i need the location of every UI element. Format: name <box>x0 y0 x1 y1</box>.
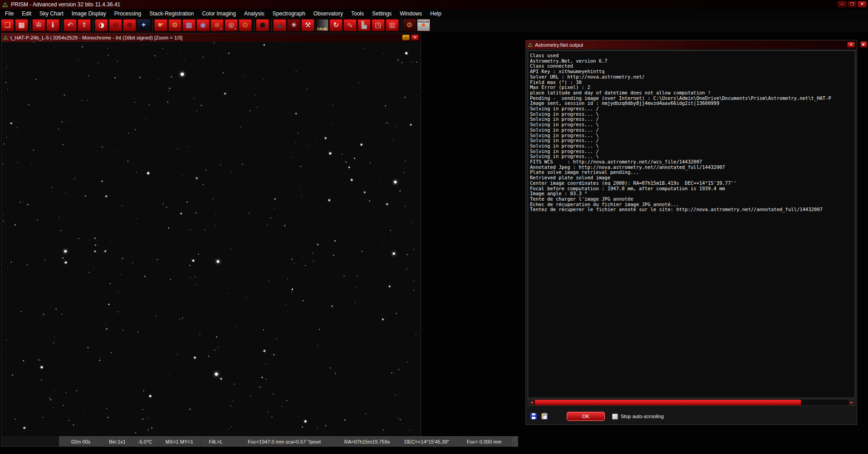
notification-badge <box>220 27 223 30</box>
notification-badge <box>234 27 237 30</box>
toolbar: ❏▦✇ℹ↶⇑◑⊖⊕✦☛⚙▩◉⊗◎⊙☗▲✳⚒CALIB↻∿▙◳▥⚙★FOCUS <box>0 18 868 32</box>
status-segment-8: Foc= 0.000 mm <box>457 437 512 447</box>
status-segment-6: RA=07h15m19.759s <box>338 437 397 447</box>
app-minimize-button[interactable]: ─ <box>838 1 847 8</box>
save-log-icon[interactable] <box>530 413 537 419</box>
toolbar-separator <box>30 19 31 31</box>
horizontal-scrollbar[interactable]: ◀ ▶ <box>528 399 855 406</box>
contrast-icon[interactable]: ◑ <box>95 19 108 31</box>
status-segment-7: DEC=+14°15'45.39" <box>397 437 456 447</box>
console-close-button[interactable]: ✕ <box>847 42 855 48</box>
prism-logo-icon <box>2 2 8 7</box>
menu-item-stack-registration[interactable]: Stack-Registration <box>145 10 198 18</box>
menu-item-tools[interactable]: Tools <box>347 10 368 18</box>
image-window: t_HAT-P-24b_L-5 | 3354x2529 - Monochrome… <box>1 33 421 447</box>
menu-item-processing[interactable]: Processing <box>110 10 145 18</box>
pan-hand-icon[interactable]: ☛ <box>154 19 167 31</box>
star-field-icon[interactable]: ✳ <box>287 19 300 31</box>
menu-item-settings[interactable]: Settings <box>368 10 396 18</box>
console-log-text: Class used Astrometry.Net, version 6.7 C… <box>528 51 855 212</box>
console-controls: OK Stop auto-scrooling <box>526 409 857 424</box>
ok-button[interactable]: OK <box>567 412 605 421</box>
focus-star-icon[interactable]: ★FOCUS <box>417 19 430 31</box>
edge-scroll-button[interactable]: ▶ <box>860 41 867 48</box>
app-maximize-button[interactable]: ❐ <box>848 1 857 8</box>
zoom-out-icon[interactable]: ⊖ <box>109 19 122 31</box>
console-title-bar[interactable]: Astrometry.Net output ✕ <box>526 40 857 49</box>
menu-bar: FileEditSky ChartImage DisplayProcessing… <box>0 9 868 18</box>
crop-frame-icon[interactable]: ◳ <box>372 19 385 31</box>
toolbar-separator <box>271 19 272 31</box>
scroll-left-arrow-icon[interactable]: ◀ <box>528 400 535 405</box>
psf-peak-icon[interactable]: ▲ <box>273 19 286 31</box>
menu-item-analysis[interactable]: Analysis <box>240 10 269 18</box>
star-field-image[interactable] <box>1 42 421 436</box>
scrollbar-thumb[interactable] <box>535 400 801 405</box>
response-curve-icon[interactable]: ∿ <box>343 19 357 31</box>
ccd-sensor-icon[interactable]: ▩ <box>182 19 196 31</box>
status-segment-0: 02m 00s <box>59 437 103 447</box>
menu-item-sky-chart[interactable]: Sky Chart <box>35 10 68 18</box>
save-image-icon[interactable]: ▦ <box>15 19 28 31</box>
prism-window-icon <box>528 43 533 47</box>
curtain-icon[interactable]: ▥ <box>386 19 399 31</box>
focus-star-icon-label: FOCUS <box>417 20 430 23</box>
resize-grip[interactable] <box>512 437 518 447</box>
scroll-right-arrow-icon[interactable]: ▶ <box>848 400 855 405</box>
calibration-icon-label: CALIB <box>316 27 328 30</box>
rotate-image-icon[interactable]: ↻ <box>329 19 343 31</box>
dark-frame-cat-icon[interactable]: ☗ <box>256 19 269 31</box>
menu-item-file[interactable]: File <box>1 10 18 18</box>
stop-autoscroll-checkbox[interactable] <box>612 414 618 419</box>
toolbar-separator <box>61 19 63 31</box>
zoom-in-icon[interactable]: ⊕ <box>123 19 136 31</box>
status-segment-3: MX=1 MY=1 <box>158 437 201 447</box>
image-window-close-button[interactable]: ✕ <box>411 35 419 40</box>
menu-item-image-display[interactable]: Image Display <box>68 10 110 18</box>
histogram-icon[interactable]: ▙ <box>358 19 371 31</box>
prism-window-icon <box>3 35 8 39</box>
image-window-minimize-button[interactable]: ─ <box>402 35 410 40</box>
status-segment-5: Foc=1947.0 mm sca=0.57 "/pixel <box>231 437 337 447</box>
console-output[interactable]: Class used Astrometry.Net, version 6.7 C… <box>528 50 855 398</box>
console-title: Astrometry.Net output <box>535 42 583 48</box>
lens-barrel-icon[interactable]: ⊙ <box>239 19 252 31</box>
astrometry-console-window: Astrometry.Net output ✕ Class used Astro… <box>525 40 857 425</box>
menu-item-help[interactable]: Help <box>426 10 446 18</box>
robot-arm-icon[interactable]: ⚙ <box>403 19 416 31</box>
info-icon[interactable]: ℹ <box>46 19 59 31</box>
image-window-title-bar[interactable]: t_HAT-P-24b_L-5 | 3354x2529 - Monochrome… <box>1 33 421 42</box>
status-segment-4: Filt.=L <box>201 437 231 447</box>
upload-image-icon[interactable]: ⇑ <box>78 19 91 31</box>
toolbar-separator <box>93 19 94 31</box>
desktop: PRISM - Advanced version 32 bits 11.4.36… <box>0 0 868 454</box>
app-close-button[interactable]: ✕ <box>858 1 867 8</box>
camera-icon[interactable]: ◉ <box>196 19 210 31</box>
guide-camera-icon[interactable]: ◎ <box>225 19 238 31</box>
app-title: PRISM - Advanced version 32 bits 11.4.36… <box>11 1 120 8</box>
menu-item-observatory[interactable]: Observatory <box>309 10 347 18</box>
toolbar-separator <box>254 19 255 31</box>
calibration-icon[interactable]: CALIB <box>315 19 329 31</box>
app-title-bar: PRISM - Advanced version 32 bits 11.4.36… <box>0 0 868 9</box>
image-window-title: t_HAT-P-24b_L-5 | 3354x2529 - Monochrome… <box>10 35 182 40</box>
menu-item-edit[interactable]: Edit <box>18 10 35 18</box>
status-segment-1: Bin:1x1 <box>103 437 132 447</box>
stop-autoscroll-label: Stop auto-scrooling <box>621 414 664 419</box>
menu-item-spectrograph[interactable]: Spectrograph <box>269 10 309 18</box>
copy-log-icon[interactable] <box>541 413 548 419</box>
scrollbar-track[interactable] <box>535 400 848 405</box>
menu-item-color-imaging[interactable]: Color Imaging <box>198 10 240 18</box>
toolbar-separator <box>401 19 402 31</box>
focus-motor-icon[interactable]: ⊗ <box>211 19 224 31</box>
tools-wrench-icon[interactable]: ⚒ <box>301 19 314 31</box>
undo-icon[interactable]: ↶ <box>64 19 77 31</box>
status-segment-2: -5.0°C <box>132 437 159 447</box>
status-bar: 02m 00sBin:1x1-5.0°CMX=1 MY=1Filt.=LFoc=… <box>59 436 518 447</box>
image-preview-icon[interactable]: ✦ <box>137 19 150 31</box>
toolbar-separator <box>152 19 153 31</box>
open-image-icon[interactable]: ❏ <box>1 19 14 31</box>
export-image-icon[interactable]: ✇ <box>32 19 45 31</box>
menu-item-windows[interactable]: Windows <box>396 10 426 18</box>
process-gear-icon[interactable]: ⚙ <box>168 19 181 31</box>
